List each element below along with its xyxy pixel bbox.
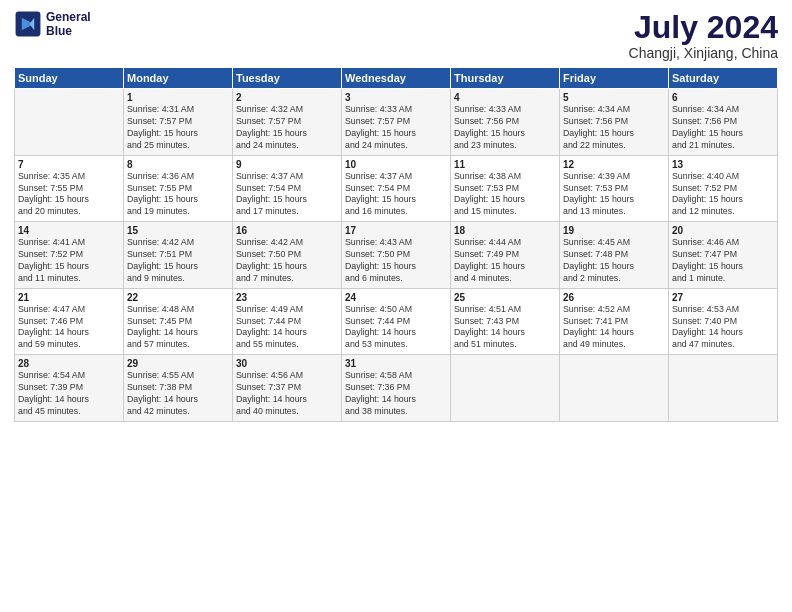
calendar-cell: 1Sunrise: 4:31 AM Sunset: 7:57 PM Daylig… — [124, 89, 233, 156]
day-info: Sunrise: 4:39 AM Sunset: 7:53 PM Dayligh… — [563, 171, 665, 219]
calendar-cell: 5Sunrise: 4:34 AM Sunset: 7:56 PM Daylig… — [560, 89, 669, 156]
calendar-cell: 31Sunrise: 4:58 AM Sunset: 7:36 PM Dayli… — [342, 355, 451, 422]
calendar-cell — [15, 89, 124, 156]
day-number: 10 — [345, 159, 447, 170]
calendar-cell: 6Sunrise: 4:34 AM Sunset: 7:56 PM Daylig… — [669, 89, 778, 156]
calendar-cell: 27Sunrise: 4:53 AM Sunset: 7:40 PM Dayli… — [669, 288, 778, 355]
calendar-cell: 26Sunrise: 4:52 AM Sunset: 7:41 PM Dayli… — [560, 288, 669, 355]
calendar-cell: 11Sunrise: 4:38 AM Sunset: 7:53 PM Dayli… — [451, 155, 560, 222]
calendar-cell: 4Sunrise: 4:33 AM Sunset: 7:56 PM Daylig… — [451, 89, 560, 156]
logo: General Blue — [14, 10, 91, 39]
day-info: Sunrise: 4:32 AM Sunset: 7:57 PM Dayligh… — [236, 104, 338, 152]
day-info: Sunrise: 4:50 AM Sunset: 7:44 PM Dayligh… — [345, 304, 447, 352]
day-info: Sunrise: 4:46 AM Sunset: 7:47 PM Dayligh… — [672, 237, 774, 285]
day-number: 18 — [454, 225, 556, 236]
day-number: 13 — [672, 159, 774, 170]
day-number: 14 — [18, 225, 120, 236]
calendar-cell: 30Sunrise: 4:56 AM Sunset: 7:37 PM Dayli… — [233, 355, 342, 422]
day-info: Sunrise: 4:41 AM Sunset: 7:52 PM Dayligh… — [18, 237, 120, 285]
day-number: 20 — [672, 225, 774, 236]
day-info: Sunrise: 4:38 AM Sunset: 7:53 PM Dayligh… — [454, 171, 556, 219]
day-number: 26 — [563, 292, 665, 303]
calendar-title: July 2024 — [629, 10, 778, 45]
day-info: Sunrise: 4:54 AM Sunset: 7:39 PM Dayligh… — [18, 370, 120, 418]
calendar-subtitle: Changji, Xinjiang, China — [629, 45, 778, 61]
calendar-cell: 12Sunrise: 4:39 AM Sunset: 7:53 PM Dayli… — [560, 155, 669, 222]
header-tuesday: Tuesday — [233, 68, 342, 89]
header-wednesday: Wednesday — [342, 68, 451, 89]
day-info: Sunrise: 4:33 AM Sunset: 7:57 PM Dayligh… — [345, 104, 447, 152]
day-number: 23 — [236, 292, 338, 303]
day-number: 15 — [127, 225, 229, 236]
week-row-3: 14Sunrise: 4:41 AM Sunset: 7:52 PM Dayli… — [15, 222, 778, 289]
day-info: Sunrise: 4:42 AM Sunset: 7:51 PM Dayligh… — [127, 237, 229, 285]
week-row-5: 28Sunrise: 4:54 AM Sunset: 7:39 PM Dayli… — [15, 355, 778, 422]
week-row-4: 21Sunrise: 4:47 AM Sunset: 7:46 PM Dayli… — [15, 288, 778, 355]
calendar-cell: 2Sunrise: 4:32 AM Sunset: 7:57 PM Daylig… — [233, 89, 342, 156]
week-row-1: 1Sunrise: 4:31 AM Sunset: 7:57 PM Daylig… — [15, 89, 778, 156]
calendar-cell: 28Sunrise: 4:54 AM Sunset: 7:39 PM Dayli… — [15, 355, 124, 422]
day-number: 21 — [18, 292, 120, 303]
day-info: Sunrise: 4:34 AM Sunset: 7:56 PM Dayligh… — [563, 104, 665, 152]
day-info: Sunrise: 4:42 AM Sunset: 7:50 PM Dayligh… — [236, 237, 338, 285]
day-number: 17 — [345, 225, 447, 236]
day-info: Sunrise: 4:45 AM Sunset: 7:48 PM Dayligh… — [563, 237, 665, 285]
calendar-cell: 24Sunrise: 4:50 AM Sunset: 7:44 PM Dayli… — [342, 288, 451, 355]
day-info: Sunrise: 4:43 AM Sunset: 7:50 PM Dayligh… — [345, 237, 447, 285]
calendar-cell: 17Sunrise: 4:43 AM Sunset: 7:50 PM Dayli… — [342, 222, 451, 289]
calendar-cell: 19Sunrise: 4:45 AM Sunset: 7:48 PM Dayli… — [560, 222, 669, 289]
day-number: 5 — [563, 92, 665, 103]
day-number: 11 — [454, 159, 556, 170]
header-monday: Monday — [124, 68, 233, 89]
calendar-cell: 16Sunrise: 4:42 AM Sunset: 7:50 PM Dayli… — [233, 222, 342, 289]
day-info: Sunrise: 4:53 AM Sunset: 7:40 PM Dayligh… — [672, 304, 774, 352]
day-number: 7 — [18, 159, 120, 170]
title-block: July 2024 Changji, Xinjiang, China — [629, 10, 778, 61]
day-number: 16 — [236, 225, 338, 236]
header-saturday: Saturday — [669, 68, 778, 89]
day-info: Sunrise: 4:44 AM Sunset: 7:49 PM Dayligh… — [454, 237, 556, 285]
header-friday: Friday — [560, 68, 669, 89]
calendar-cell: 3Sunrise: 4:33 AM Sunset: 7:57 PM Daylig… — [342, 89, 451, 156]
calendar-cell: 21Sunrise: 4:47 AM Sunset: 7:46 PM Dayli… — [15, 288, 124, 355]
day-number: 31 — [345, 358, 447, 369]
calendar-cell: 22Sunrise: 4:48 AM Sunset: 7:45 PM Dayli… — [124, 288, 233, 355]
calendar-cell — [451, 355, 560, 422]
calendar-cell: 25Sunrise: 4:51 AM Sunset: 7:43 PM Dayli… — [451, 288, 560, 355]
day-number: 29 — [127, 358, 229, 369]
header-thursday: Thursday — [451, 68, 560, 89]
calendar-header-row: SundayMondayTuesdayWednesdayThursdayFrid… — [15, 68, 778, 89]
day-info: Sunrise: 4:37 AM Sunset: 7:54 PM Dayligh… — [345, 171, 447, 219]
header: General Blue July 2024 Changji, Xinjiang… — [14, 10, 778, 61]
calendar-cell: 18Sunrise: 4:44 AM Sunset: 7:49 PM Dayli… — [451, 222, 560, 289]
day-info: Sunrise: 4:31 AM Sunset: 7:57 PM Dayligh… — [127, 104, 229, 152]
day-info: Sunrise: 4:55 AM Sunset: 7:38 PM Dayligh… — [127, 370, 229, 418]
calendar-cell: 20Sunrise: 4:46 AM Sunset: 7:47 PM Dayli… — [669, 222, 778, 289]
calendar-cell: 23Sunrise: 4:49 AM Sunset: 7:44 PM Dayli… — [233, 288, 342, 355]
day-number: 12 — [563, 159, 665, 170]
logo-icon — [14, 10, 42, 38]
calendar-table: SundayMondayTuesdayWednesdayThursdayFrid… — [14, 67, 778, 422]
day-info: Sunrise: 4:36 AM Sunset: 7:55 PM Dayligh… — [127, 171, 229, 219]
day-info: Sunrise: 4:48 AM Sunset: 7:45 PM Dayligh… — [127, 304, 229, 352]
day-info: Sunrise: 4:47 AM Sunset: 7:46 PM Dayligh… — [18, 304, 120, 352]
day-info: Sunrise: 4:35 AM Sunset: 7:55 PM Dayligh… — [18, 171, 120, 219]
day-number: 27 — [672, 292, 774, 303]
calendar-cell: 7Sunrise: 4:35 AM Sunset: 7:55 PM Daylig… — [15, 155, 124, 222]
day-info: Sunrise: 4:34 AM Sunset: 7:56 PM Dayligh… — [672, 104, 774, 152]
day-number: 30 — [236, 358, 338, 369]
calendar-cell — [669, 355, 778, 422]
day-number: 24 — [345, 292, 447, 303]
day-info: Sunrise: 4:40 AM Sunset: 7:52 PM Dayligh… — [672, 171, 774, 219]
calendar-cell: 9Sunrise: 4:37 AM Sunset: 7:54 PM Daylig… — [233, 155, 342, 222]
day-number: 22 — [127, 292, 229, 303]
logo-text: General Blue — [46, 10, 91, 39]
calendar-cell: 8Sunrise: 4:36 AM Sunset: 7:55 PM Daylig… — [124, 155, 233, 222]
day-number: 28 — [18, 358, 120, 369]
day-info: Sunrise: 4:58 AM Sunset: 7:36 PM Dayligh… — [345, 370, 447, 418]
calendar-cell: 14Sunrise: 4:41 AM Sunset: 7:52 PM Dayli… — [15, 222, 124, 289]
day-number: 8 — [127, 159, 229, 170]
day-info: Sunrise: 4:52 AM Sunset: 7:41 PM Dayligh… — [563, 304, 665, 352]
day-number: 6 — [672, 92, 774, 103]
day-number: 4 — [454, 92, 556, 103]
